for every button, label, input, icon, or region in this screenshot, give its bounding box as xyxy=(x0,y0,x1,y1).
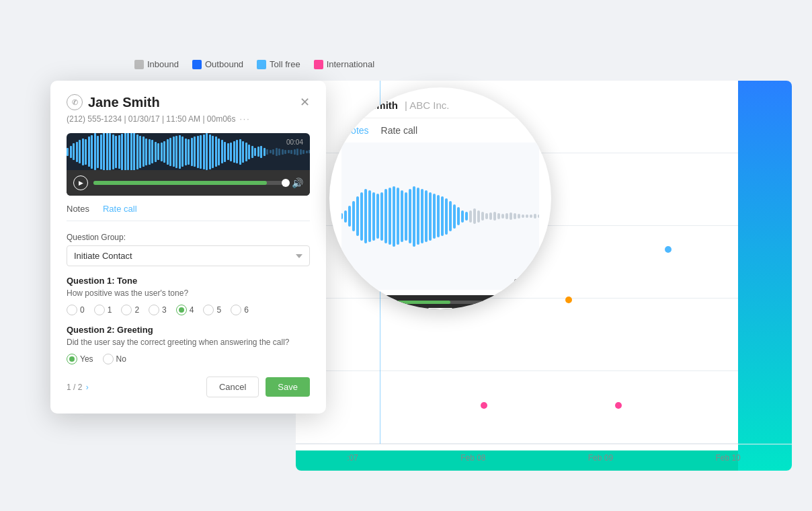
radio-item[interactable]: 5 xyxy=(203,305,221,315)
wave-bar xyxy=(197,136,199,168)
wave-bar xyxy=(161,143,163,161)
radio-label: 1 xyxy=(108,305,112,315)
radio-label: 3 xyxy=(162,305,167,315)
legend-dot-international xyxy=(314,60,323,69)
wave-bar xyxy=(302,150,304,154)
modal-footer: 1 / 2 › Cancel Save xyxy=(67,377,310,397)
wave-bar xyxy=(296,149,298,155)
chart-dot xyxy=(481,402,487,409)
save-button[interactable]: Save xyxy=(266,377,310,397)
bubble-wave-bar xyxy=(393,186,395,247)
radio-circle xyxy=(103,354,114,364)
cancel-button[interactable]: Cancel xyxy=(206,377,259,397)
question-group-field: Question Group: Initiate Contact xyxy=(67,231,310,266)
legend-item-inbound: Inbound xyxy=(134,59,179,69)
bubble-wave-bar xyxy=(417,188,419,245)
bubble-wave-bar xyxy=(534,214,536,219)
wave-bar xyxy=(151,140,153,163)
wave-bar xyxy=(236,140,238,163)
modal-name: Jane Smith xyxy=(88,95,160,110)
radio-inner xyxy=(179,307,184,313)
radio-label: 5 xyxy=(216,305,221,315)
radio-item[interactable]: 1 xyxy=(94,305,112,315)
wave-bar xyxy=(115,136,117,168)
bubble-wave-bar xyxy=(352,201,355,231)
wave-bar xyxy=(215,136,217,167)
bubble-wave-bar xyxy=(469,210,472,223)
bubble-wave-bar xyxy=(397,188,399,245)
bubble-wave-bar xyxy=(364,189,367,243)
bubble-company-text: ABC Inc. xyxy=(409,100,449,111)
wave-bar xyxy=(200,135,202,169)
phone-icon: ✆ xyxy=(67,94,83,110)
bubble-wave-bar xyxy=(514,213,516,219)
wave-bar xyxy=(185,139,187,165)
tab-rate-call[interactable]: Rate call xyxy=(103,204,137,215)
next-arrow: › xyxy=(86,383,89,392)
bubble-wave-bar xyxy=(497,213,500,219)
bubble-timestamp: 00:14 xyxy=(514,278,532,286)
wave-bar xyxy=(121,134,123,170)
bubble-wave-bar xyxy=(380,192,383,241)
close-button[interactable]: ✕ xyxy=(300,96,310,108)
bubble-wave-bar xyxy=(372,192,375,241)
pagination-text: 1 / 2 xyxy=(67,383,82,392)
radio-item[interactable]: 3 xyxy=(149,305,167,315)
wave-bar xyxy=(127,133,129,170)
wave-bar xyxy=(306,151,308,153)
bubble-tab-rate-call[interactable]: Rate call xyxy=(381,125,417,136)
progress-track[interactable] xyxy=(93,181,286,185)
wave-bar xyxy=(173,136,175,167)
x-label: Feb 08 xyxy=(460,453,485,463)
wave-bar xyxy=(136,134,138,169)
radio-item[interactable]: 0 xyxy=(67,305,85,315)
radio-item[interactable]: Yes xyxy=(67,354,93,364)
wave-bar xyxy=(70,146,72,158)
radio-item[interactable]: 6 xyxy=(231,305,249,315)
question2-group: Question 2: Greeting Did the user say th… xyxy=(67,325,310,364)
wave-bar xyxy=(248,145,250,159)
bubble-wave-bar xyxy=(425,190,428,242)
radio-item[interactable]: 2 xyxy=(121,305,139,315)
bubble-wave-bar xyxy=(433,194,436,239)
bubble-wave-bar xyxy=(441,196,444,236)
radio-item[interactable]: No xyxy=(103,354,126,364)
bubble-wave-bar xyxy=(356,196,359,236)
radio-item[interactable]: 4 xyxy=(176,305,194,315)
bubble-wave-bar xyxy=(493,212,496,221)
legend-dot-outbound xyxy=(192,60,202,69)
wave-bar xyxy=(263,148,266,156)
radio-circle xyxy=(67,305,77,315)
play-button[interactable]: ▶ xyxy=(73,175,88,190)
legend-item-tollfree: Toll free xyxy=(257,59,300,69)
radio-label: 0 xyxy=(80,305,85,315)
bubble-wave-bar xyxy=(405,192,407,241)
bubble-wave-bar xyxy=(341,213,343,219)
volume-icon[interactable]: 🔊 xyxy=(292,178,303,188)
wave-bar xyxy=(88,136,90,167)
tab-notes[interactable]: Notes xyxy=(67,204,89,215)
radio-label: 2 xyxy=(134,305,139,315)
wave-bar xyxy=(188,139,190,165)
question1-group: Question 1: Tone How positive was the us… xyxy=(67,276,310,315)
chart-dot xyxy=(615,402,622,409)
radio-circle xyxy=(203,305,214,315)
bubble-wave-bar xyxy=(518,214,520,219)
legend-dot-tollfree xyxy=(257,60,266,69)
bubble-wave-bar xyxy=(344,210,347,223)
wave-bar xyxy=(76,142,78,162)
pagination: 1 / 2 › xyxy=(67,383,89,392)
wave-bar xyxy=(257,147,259,157)
bubble-progress-track[interactable] xyxy=(340,301,540,304)
bubble-wave-bar xyxy=(376,194,379,239)
wave-bar xyxy=(230,143,232,161)
x-label: Feb 09 xyxy=(588,453,613,463)
bubble-wave-bar xyxy=(413,186,415,247)
radio-label: 4 xyxy=(190,305,194,315)
question-group-select[interactable]: Initiate Contact xyxy=(67,245,310,266)
bubble-wave-bar xyxy=(457,207,460,225)
bubble-wave-bar xyxy=(429,192,432,241)
bubble-wave-bar xyxy=(445,198,448,235)
wave-bar xyxy=(145,139,147,165)
wave-bar xyxy=(270,150,272,153)
